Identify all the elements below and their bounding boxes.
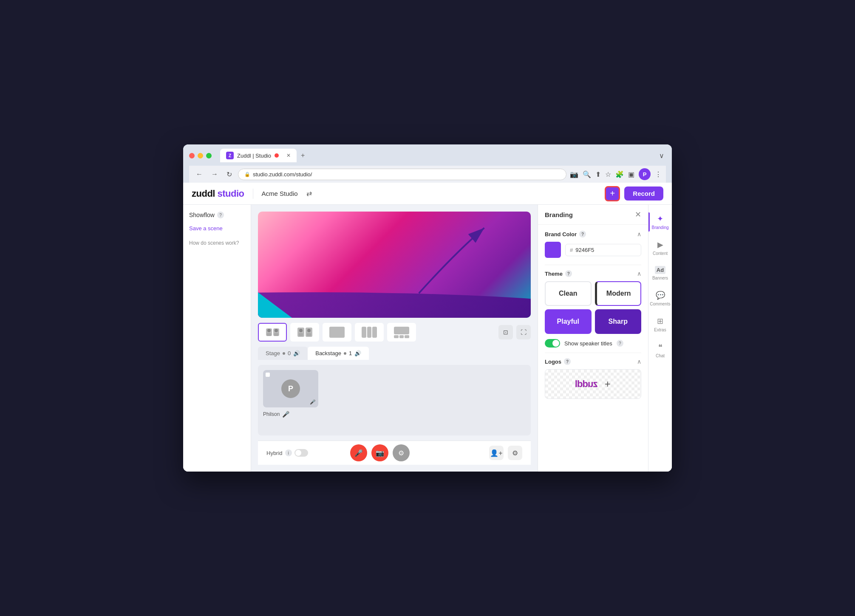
- theme-label: Theme: [545, 271, 563, 277]
- record-button[interactable]: Record: [624, 186, 663, 201]
- camera-icon[interactable]: 📷: [570, 170, 578, 178]
- logo-text: zuddl studio: [192, 188, 244, 199]
- layout-two-people-button[interactable]: [258, 323, 287, 342]
- theme-playful-card[interactable]: Playful: [545, 309, 592, 334]
- logo-add-button[interactable]: +: [605, 378, 611, 390]
- strip-cell-3: [405, 335, 409, 338]
- add-participant-button[interactable]: 👤+: [489, 446, 504, 460]
- strip-cell-2: [399, 335, 404, 338]
- speaker-titles-toggle[interactable]: [545, 339, 560, 348]
- banners-nav-label: Banners: [652, 276, 668, 280]
- browser-toolbar-icons: 📷 🔍 ⬆ ☆ 🧩 ▣ P ⋮: [570, 168, 662, 180]
- refresh-button[interactable]: ↻: [224, 169, 235, 180]
- theme-sharp-card[interactable]: Sharp: [595, 309, 642, 334]
- stage-tab[interactable]: Stage 0 🔊: [258, 347, 308, 360]
- nav-banners-item[interactable]: Ad Banners: [648, 261, 672, 285]
- hybrid-toggle[interactable]: [294, 449, 308, 457]
- single-view-icon: [329, 327, 345, 338]
- camera-mute-button[interactable]: 📷: [371, 444, 388, 461]
- app-content: zuddl studio Acme Studio ⇄ + Record Show…: [183, 183, 672, 472]
- color-swatch[interactable]: [545, 242, 561, 258]
- active-browser-tab[interactable]: Z Zuddl | Studio ✕: [220, 149, 297, 162]
- backstage-tab[interactable]: Backstage 1 🔊: [308, 347, 369, 360]
- nav-extras-item[interactable]: ⊞ Extras: [648, 311, 672, 337]
- header-divider: [253, 189, 253, 199]
- mic-mute-button[interactable]: 🎤: [350, 444, 367, 461]
- bookmark-icon[interactable]: ☆: [605, 170, 611, 178]
- scenes-help-link[interactable]: How do scenes work?: [189, 240, 245, 246]
- layout-single-view-button[interactable]: [323, 323, 351, 342]
- theme-help-icon[interactable]: ?: [565, 270, 572, 277]
- menu-icon[interactable]: ⋮: [655, 170, 662, 178]
- filmstrip-main: [394, 327, 409, 334]
- theme-clean-card[interactable]: Clean: [545, 281, 592, 306]
- person-icon: [266, 328, 272, 336]
- logo-zuddl-brand: zuddl: [575, 379, 597, 390]
- search-icon[interactable]: 🔍: [583, 170, 591, 178]
- panel-close-button[interactable]: ✕: [635, 210, 641, 219]
- presenter-view-button[interactable]: ⊡: [498, 325, 513, 339]
- brand-color-section-header: Brand Color ? ∧: [545, 231, 641, 237]
- extensions-icon[interactable]: 🧩: [615, 170, 624, 178]
- new-tab-button[interactable]: +: [297, 149, 309, 162]
- fullscreen-button[interactable]: ⛶: [516, 325, 531, 339]
- backstage-dot: [344, 352, 346, 355]
- hash-symbol: #: [570, 247, 573, 253]
- layout-one-person-button[interactable]: [290, 323, 319, 342]
- share-icon[interactable]: ⬆: [595, 170, 601, 178]
- workspace-share-icon[interactable]: ⇄: [306, 189, 312, 198]
- two-people-icon: [266, 328, 279, 336]
- logos-collapse-button[interactable]: ∧: [637, 358, 641, 365]
- stage-count: 0: [288, 350, 291, 356]
- hybrid-help-icon[interactable]: i: [285, 449, 292, 456]
- maximize-window-button[interactable]: [206, 153, 212, 158]
- theme-collapse-button[interactable]: ∧: [637, 270, 641, 277]
- logo-upload-area[interactable]: zuddl +: [545, 369, 641, 399]
- chat-nav-label: Chat: [656, 353, 665, 358]
- speaker-titles-help-icon[interactable]: ?: [617, 340, 623, 347]
- layout-thirds-button[interactable]: [355, 323, 384, 342]
- more-settings-button[interactable]: ⚙: [508, 446, 522, 460]
- theme-modern-card[interactable]: Modern: [595, 281, 642, 306]
- save-scene-link[interactable]: Save a scene: [189, 225, 245, 232]
- comments-nav-label: Comments: [650, 302, 670, 306]
- nav-content-item[interactable]: ▶ Content: [648, 235, 672, 261]
- address-bar[interactable]: 🔒 studio.zuddl.com/studio/: [238, 169, 566, 180]
- logos-help-icon[interactable]: ?: [564, 358, 571, 365]
- nav-chat-item[interactable]: ❝ Chat: [648, 337, 672, 363]
- nav-comments-item[interactable]: 💬 Comments: [648, 285, 672, 311]
- brand-color-title: Brand Color ?: [545, 231, 586, 237]
- close-window-button[interactable]: [189, 153, 195, 158]
- sidebar-toggle-icon[interactable]: ▣: [628, 170, 634, 178]
- speaker-titles-toggle-row: Show speaker titles ?: [545, 339, 641, 348]
- back-button[interactable]: ←: [193, 169, 205, 180]
- panel-header: Branding ✕: [538, 205, 648, 225]
- stage-dot: [283, 352, 285, 355]
- head-single2: [307, 329, 311, 332]
- extras-icon: ⊞: [657, 316, 663, 326]
- forward-button[interactable]: →: [209, 169, 221, 180]
- add-button[interactable]: +: [605, 186, 620, 201]
- settings-button[interactable]: ⚙: [393, 444, 410, 461]
- tab-close-button[interactable]: ✕: [286, 153, 291, 158]
- showflow-help-icon[interactable]: ?: [217, 212, 224, 218]
- head-single: [299, 329, 303, 332]
- nav-branding-item[interactable]: ✦ Branding: [648, 209, 672, 235]
- color-input-wrap[interactable]: # 9246F5: [565, 244, 641, 256]
- participant-name: Philson: [263, 411, 280, 417]
- right-icon-nav: ✦ Branding ▶ Content Ad Banners 💬 Commen…: [648, 205, 672, 472]
- minimize-window-button[interactable]: [198, 153, 203, 158]
- stage-label: Stage: [266, 350, 280, 356]
- tab-recording-indicator: [275, 153, 279, 158]
- brand-color-collapse-button[interactable]: ∧: [637, 231, 641, 237]
- browser-profile-avatar[interactable]: P: [639, 168, 651, 180]
- body-single2: [307, 333, 311, 336]
- thirds-icon: [362, 327, 377, 338]
- tab-favicon: Z: [226, 152, 234, 159]
- one-person-icon: [297, 328, 312, 337]
- app-header: zuddl studio Acme Studio ⇄ + Record: [183, 183, 672, 205]
- layout-filmstrip-button[interactable]: [387, 323, 416, 342]
- brand-color-help-icon[interactable]: ?: [579, 231, 586, 237]
- media-controls: 🎤 📷 ⚙: [350, 444, 410, 461]
- branding-icon: ✦: [657, 214, 663, 223]
